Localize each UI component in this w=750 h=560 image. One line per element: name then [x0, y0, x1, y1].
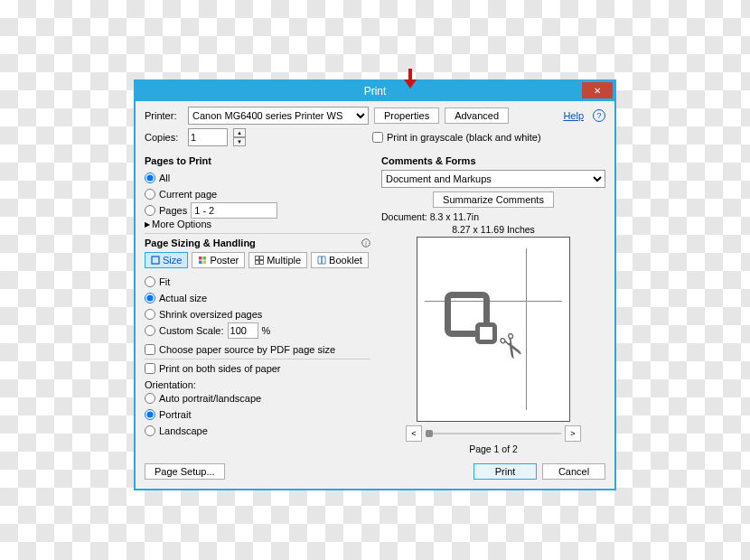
copies-spinner: ▲ ▼	[233, 128, 246, 146]
radio-current-input[interactable]	[145, 189, 155, 200]
print-button[interactable]: Print	[473, 463, 537, 480]
right-column: Comments & Forms Document and Markups Su…	[381, 150, 605, 454]
printer-label: Printer:	[145, 110, 183, 121]
radio-shrink-label: Shrink oversized pages	[159, 309, 262, 320]
pages-range-input[interactable]	[191, 202, 277, 219]
help-link[interactable]: Help	[563, 110, 584, 121]
radio-portrait-label: Portrait	[159, 409, 191, 420]
copies-up[interactable]: ▲	[233, 128, 246, 137]
copies-label: Copies:	[145, 132, 183, 143]
page-slider[interactable]	[426, 427, 561, 440]
radio-all-input[interactable]	[145, 173, 155, 183]
next-page-button[interactable]: >	[565, 425, 581, 442]
left-column: Pages to Print All Current page Pages ▶ …	[145, 150, 370, 454]
radio-pages-input[interactable]	[145, 205, 155, 216]
radio-pages-label: Pages	[159, 205, 187, 216]
properties-button[interactable]: Properties	[374, 107, 439, 124]
printer-select[interactable]: Canon MG6400 series Printer WS	[188, 107, 369, 125]
copies-input[interactable]	[188, 128, 228, 146]
paper-size: 8.27 x 11.69 Inches	[381, 224, 605, 235]
radio-auto-input[interactable]	[145, 393, 155, 404]
printer-row: Printer: Canon MG6400 series Printer WS …	[145, 107, 605, 125]
radio-landscape-label: Landscape	[159, 425, 208, 436]
radio-actual[interactable]: Actual size	[145, 290, 370, 306]
custom-scale-input[interactable]	[228, 322, 258, 339]
more-options-label: More Options	[152, 219, 211, 229]
triangle-right-icon: ▶	[145, 220, 150, 229]
print-preview: ✂	[417, 237, 570, 422]
multiple-icon	[255, 256, 264, 265]
titlebar: Print ✕	[136, 81, 614, 101]
columns: Pages to Print All Current page Pages ▶ …	[145, 150, 605, 454]
copies-down[interactable]: ▼	[233, 137, 246, 146]
orientation-title: Orientation:	[145, 379, 370, 390]
cancel-button[interactable]: Cancel	[542, 463, 605, 480]
svg-rect-2	[152, 257, 159, 264]
comments-select[interactable]: Document and Markups	[381, 170, 605, 188]
close-button[interactable]: ✕	[582, 82, 613, 98]
close-icon: ✕	[594, 86, 601, 96]
print-dialog: Print ✕ Printer: Canon MG6400 series Pri…	[134, 79, 616, 490]
grayscale-label: Print in grayscale (black and white)	[387, 132, 541, 143]
choose-source-checkbox[interactable]: Choose paper source by PDF page size	[145, 344, 370, 355]
both-sides-input[interactable]	[145, 363, 155, 374]
radio-pages[interactable]: Pages	[145, 202, 370, 219]
divider	[145, 233, 370, 234]
radio-landscape[interactable]: Landscape	[145, 423, 370, 439]
poster-label: Poster	[210, 255, 239, 266]
choose-source-input[interactable]	[145, 344, 155, 355]
radio-shrink[interactable]: Shrink oversized pages	[145, 306, 370, 322]
radio-auto-label: Auto portrait/landscape	[159, 393, 261, 404]
multiple-button[interactable]: Multiple	[248, 252, 307, 268]
both-sides-label: Print on both sides of paper	[159, 363, 281, 374]
divider	[145, 359, 370, 359]
pages-to-print-title: Pages to Print	[145, 155, 370, 166]
radio-all-label: All	[159, 173, 170, 183]
size-button[interactable]: Size	[145, 252, 188, 268]
radio-fit-label: Fit	[159, 276, 170, 287]
comments-title: Comments & Forms	[381, 155, 605, 166]
svg-text:i: i	[365, 240, 367, 247]
svg-rect-5	[199, 261, 202, 265]
page-navigation: < >	[381, 425, 605, 442]
size-label: Size	[163, 255, 182, 266]
grayscale-input[interactable]	[372, 132, 383, 143]
radio-fit[interactable]: Fit	[145, 274, 370, 290]
both-sides-checkbox[interactable]: Print on both sides of paper	[145, 363, 370, 374]
radio-auto-orient[interactable]: Auto portrait/landscape	[145, 390, 370, 406]
radio-actual-input[interactable]	[145, 293, 155, 303]
page-setup-button[interactable]: Page Setup...	[145, 463, 225, 480]
radio-landscape-input[interactable]	[145, 425, 155, 436]
help-icon[interactable]: ?	[593, 109, 605, 122]
radio-fit-input[interactable]	[145, 276, 155, 287]
radio-portrait[interactable]: Portrait	[145, 406, 370, 423]
info-icon[interactable]: i	[361, 238, 370, 247]
radio-current-label: Current page	[159, 189, 217, 200]
booklet-button[interactable]: Booklet	[311, 252, 369, 268]
svg-rect-4	[203, 257, 207, 260]
radio-all[interactable]: All	[145, 170, 370, 186]
dialog-title: Print	[364, 85, 387, 98]
poster-icon	[198, 256, 207, 265]
radio-portrait-input[interactable]	[145, 409, 155, 420]
radio-custom[interactable]: Custom Scale: %	[145, 322, 370, 339]
svg-rect-3	[199, 257, 202, 260]
radio-current[interactable]: Current page	[145, 186, 370, 202]
page-indicator: Page 1 of 2	[381, 443, 605, 454]
advanced-button[interactable]: Advanced	[445, 107, 509, 124]
size-icon	[151, 256, 160, 265]
more-options-toggle[interactable]: ▶ More Options	[145, 219, 370, 229]
document-size: Document: 8.3 x 11.7in	[381, 211, 605, 222]
poster-button[interactable]: Poster	[192, 252, 245, 268]
grayscale-checkbox[interactable]: Print in grayscale (black and white)	[372, 132, 541, 143]
prev-page-button[interactable]: <	[406, 425, 422, 442]
radio-custom-input[interactable]	[145, 325, 155, 336]
svg-rect-9	[256, 261, 259, 265]
radio-custom-label: Custom Scale:	[159, 325, 224, 336]
percent-label: %	[262, 325, 271, 336]
booklet-icon	[317, 256, 326, 265]
radio-shrink-input[interactable]	[145, 309, 155, 320]
summarize-button[interactable]: Summarize Comments	[433, 191, 554, 208]
copies-row: Copies: ▲ ▼ Print in grayscale (black an…	[145, 128, 605, 146]
booklet-label: Booklet	[329, 255, 362, 266]
